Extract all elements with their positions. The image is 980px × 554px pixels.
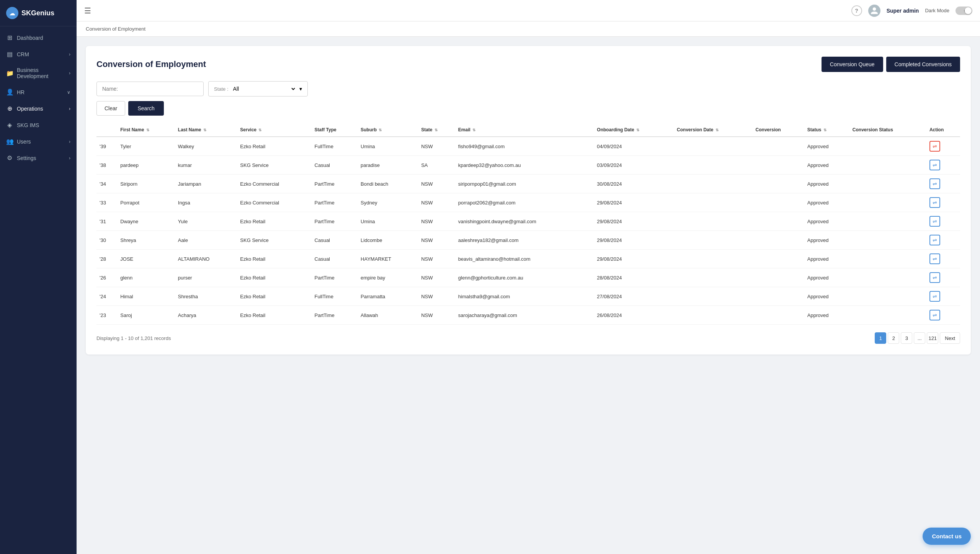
chevron-right-icon: › xyxy=(69,155,70,161)
cell-service: SKG Service xyxy=(237,231,311,250)
cell-conversion xyxy=(753,137,804,156)
cell-staff-type: Casual xyxy=(312,250,358,268)
table-body: '39 Tyler Walkey Ezko Retail FullTime Um… xyxy=(96,137,960,325)
page-btn-1[interactable]: 1 xyxy=(875,332,886,344)
page-btn-2[interactable]: 2 xyxy=(888,332,899,344)
contact-us-button[interactable]: Contact us xyxy=(923,528,971,545)
help-button[interactable]: ? xyxy=(851,5,862,16)
sidebar-item-hr[interactable]: 👤 HR ∨ xyxy=(0,84,77,100)
action-edit-button[interactable]: ⇌ xyxy=(929,178,940,189)
cell-num: '28 xyxy=(96,250,117,268)
col-email: Email ⇅ xyxy=(455,123,594,137)
cell-state: NSW xyxy=(418,193,455,212)
cell-num: '24 xyxy=(96,287,117,306)
sort-icon[interactable]: ⇅ xyxy=(472,128,475,132)
action-edit-button[interactable]: ⇌ xyxy=(929,235,940,245)
sort-icon[interactable]: ⇅ xyxy=(203,128,206,132)
cell-conversion-date xyxy=(674,268,753,287)
cell-conversion xyxy=(753,306,804,325)
cell-conversion-date xyxy=(674,156,753,175)
sidebar-item-dashboard[interactable]: ⊞ Dashboard xyxy=(0,29,77,46)
sidebar-item-skg-ims[interactable]: ◈ SKG IMS xyxy=(0,117,77,133)
table-row: '30 Shreya Aale SKG Service Casual Lidco… xyxy=(96,231,960,250)
cell-email: kpardeep32@yahoo.com.au xyxy=(455,156,594,175)
cell-first-name: Tyler xyxy=(117,137,175,156)
cell-suburb: Umina xyxy=(358,212,418,231)
main-area: ☰ ? Super admin Dark Mode OFF Conversion… xyxy=(77,0,980,554)
cell-action: ⇌ xyxy=(926,250,960,268)
table-row: '33 Porrapot Ingsa Ezko Commercial PartT… xyxy=(96,193,960,212)
sidebar-item-crm[interactable]: ▤ CRM › xyxy=(0,46,77,62)
page-btn-121[interactable]: 121 xyxy=(927,332,938,344)
name-input[interactable] xyxy=(96,82,204,96)
cell-email: himalstha9@gmail.com xyxy=(455,287,594,306)
cell-staff-type: FullTime xyxy=(312,287,358,306)
sidebar-item-settings[interactable]: ⚙ Settings › xyxy=(0,150,77,166)
action-edit-button[interactable]: ⇌ xyxy=(929,310,940,320)
page-title: Conversion of Employment xyxy=(96,59,206,69)
page-next-button[interactable]: Next xyxy=(940,332,960,344)
cell-status: Approved xyxy=(804,156,849,175)
conversion-queue-button[interactable]: Conversion Queue xyxy=(822,57,883,72)
action-edit-button[interactable]: ⇌ xyxy=(929,291,940,302)
dark-mode-toggle[interactable]: OFF xyxy=(956,7,972,15)
cell-status: Approved xyxy=(804,212,849,231)
cell-status: Approved xyxy=(804,250,849,268)
cell-conversion-status xyxy=(849,250,926,268)
sidebar-item-operations[interactable]: ⊕ Operations › xyxy=(0,100,77,117)
cell-onboarding-date: 03/09/2024 xyxy=(594,156,674,175)
sort-icon[interactable]: ⇅ xyxy=(258,128,261,132)
records-info: Displaying 1 - 10 of 1,201 records xyxy=(96,335,171,341)
cell-conversion-status xyxy=(849,268,926,287)
action-edit-button[interactable]: ⇌ xyxy=(929,160,940,170)
col-status: Status ⇅ xyxy=(804,123,849,137)
sort-icon[interactable]: ⇅ xyxy=(636,128,639,132)
skg-ims-icon: ◈ xyxy=(6,121,13,129)
cell-onboarding-date: 28/08/2024 xyxy=(594,268,674,287)
action-edit-button[interactable]: ⇌ xyxy=(929,197,940,208)
cell-first-name: glenn xyxy=(117,268,175,287)
cell-service: Ezko Retail xyxy=(237,268,311,287)
cell-staff-type: PartTime xyxy=(312,268,358,287)
cell-service: Ezko Retail xyxy=(237,306,311,325)
cell-service: SKG Service xyxy=(237,156,311,175)
cell-conversion-date xyxy=(674,287,753,306)
sidebar-item-users[interactable]: 👥 Users › xyxy=(0,133,77,150)
sort-icon[interactable]: ⇅ xyxy=(146,128,149,132)
cell-conversion xyxy=(753,268,804,287)
cell-state: NSW xyxy=(418,137,455,156)
sort-icon[interactable]: ⇅ xyxy=(434,128,438,132)
page-btn-3[interactable]: 3 xyxy=(901,332,912,344)
search-button[interactable]: Search xyxy=(128,101,163,116)
sort-icon[interactable]: ⇅ xyxy=(823,128,826,132)
action-edit-button[interactable]: ⇌ xyxy=(929,216,940,227)
action-edit-button[interactable]: ⇌ xyxy=(929,272,940,283)
clear-button[interactable]: Clear xyxy=(96,101,125,116)
table-row: '28 JOSE ALTAMIRANO Ezko Retail Casual H… xyxy=(96,250,960,268)
topbar: ☰ ? Super admin Dark Mode OFF xyxy=(77,0,980,21)
table-row: '24 Himal Shrestha Ezko Retail FullTime … xyxy=(96,287,960,306)
table-header: First Name ⇅ Last Name ⇅ Service ⇅ Staff… xyxy=(96,123,960,137)
cell-action: ⇌ xyxy=(926,287,960,306)
cell-onboarding-date: 29/08/2024 xyxy=(594,193,674,212)
sidebar-item-business-development[interactable]: 📁 Business Development › xyxy=(0,62,77,84)
logo-text: SKGenius xyxy=(21,9,54,17)
dropdown-arrow-icon: ▾ xyxy=(299,86,302,92)
cell-state: NSW xyxy=(418,175,455,193)
cell-onboarding-date: 27/08/2024 xyxy=(594,287,674,306)
cell-suburb: Sydney xyxy=(358,193,418,212)
cell-state: NSW xyxy=(418,250,455,268)
cell-status: Approved xyxy=(804,137,849,156)
sort-icon[interactable]: ⇅ xyxy=(715,128,719,132)
hamburger-menu-icon[interactable]: ☰ xyxy=(84,6,91,15)
sort-icon[interactable]: ⇅ xyxy=(379,128,382,132)
sidebar-logo: ☁ SKGenius xyxy=(0,0,77,26)
action-edit-button[interactable]: ⇌ xyxy=(929,141,940,152)
state-select[interactable]: All NSW VIC QLD SA WA TAS ACT NT xyxy=(232,85,296,92)
table-row: '39 Tyler Walkey Ezko Retail FullTime Um… xyxy=(96,137,960,156)
completed-conversions-button[interactable]: Completed Conversions xyxy=(886,57,960,72)
col-conversion-date: Conversion Date ⇅ xyxy=(674,123,753,137)
cell-state: NSW xyxy=(418,306,455,325)
cell-conversion-status xyxy=(849,212,926,231)
action-edit-button[interactable]: ⇌ xyxy=(929,253,940,264)
